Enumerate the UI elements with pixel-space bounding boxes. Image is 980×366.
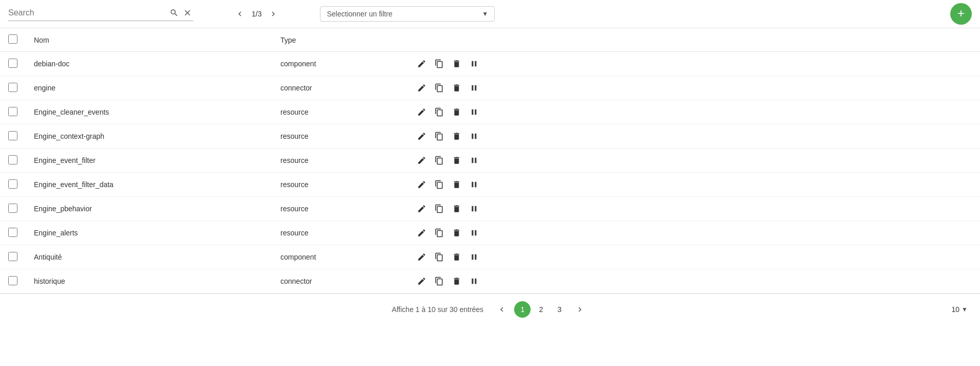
copy-icon xyxy=(435,132,444,141)
edit-button[interactable] xyxy=(414,57,429,70)
pause-button[interactable] xyxy=(466,81,482,95)
edit-icon xyxy=(417,277,426,286)
pause-button[interactable] xyxy=(466,154,482,167)
row-type: resource xyxy=(272,100,406,124)
row-checkbox[interactable] xyxy=(8,228,17,237)
pause-icon xyxy=(469,59,479,68)
copy-button[interactable] xyxy=(431,154,447,167)
delete-button[interactable] xyxy=(449,57,464,70)
search-button[interactable] xyxy=(168,7,180,19)
delete-button[interactable] xyxy=(449,250,464,264)
copy-button[interactable] xyxy=(431,250,447,264)
chevron-right-icon xyxy=(269,9,278,19)
edit-button[interactable] xyxy=(414,154,429,167)
delete-button[interactable] xyxy=(449,130,464,143)
copy-button[interactable] xyxy=(431,202,447,215)
row-checkbox[interactable] xyxy=(8,155,17,164)
delete-button[interactable] xyxy=(449,274,464,288)
edit-button[interactable] xyxy=(414,178,429,191)
delete-button[interactable] xyxy=(449,226,464,240)
row-checkbox-cell xyxy=(0,76,26,100)
row-checkbox[interactable] xyxy=(8,204,17,213)
pause-icon xyxy=(469,228,479,237)
page-button-3[interactable]: 3 xyxy=(551,301,568,318)
search-input[interactable] xyxy=(8,8,166,17)
select-all-checkbox[interactable] xyxy=(8,34,17,44)
copy-button[interactable] xyxy=(431,274,447,288)
delete-icon xyxy=(452,107,461,117)
edit-icon xyxy=(417,156,426,165)
copy-button[interactable] xyxy=(431,226,447,240)
delete-button[interactable] xyxy=(449,81,464,95)
edit-button[interactable] xyxy=(414,202,429,215)
clear-button[interactable] xyxy=(182,7,193,19)
table-container: Nom Type debian-doc component xyxy=(0,28,980,294)
row-checkbox-cell xyxy=(0,269,26,294)
row-checkbox[interactable] xyxy=(8,252,17,261)
table-row: Engine_event_filter_data resource xyxy=(0,173,980,197)
footer-next-button[interactable] xyxy=(572,301,588,318)
pause-button[interactable] xyxy=(466,202,482,215)
delete-button[interactable] xyxy=(449,202,464,215)
edit-button[interactable] xyxy=(414,250,429,264)
pause-button[interactable] xyxy=(466,105,482,119)
row-name: Engine_context-graph xyxy=(26,124,272,149)
edit-button[interactable] xyxy=(414,226,429,240)
pause-icon xyxy=(469,156,479,165)
edit-button[interactable] xyxy=(414,274,429,288)
row-name: Engine_pbehavior xyxy=(26,197,272,221)
copy-button[interactable] xyxy=(431,178,447,191)
per-page-value: 10 xyxy=(952,305,960,314)
delete-button[interactable] xyxy=(449,105,464,119)
actions-cell xyxy=(414,105,972,119)
table-row: Engine_cleaner_events resource xyxy=(0,100,980,124)
name-column-header: Nom xyxy=(26,28,272,52)
row-name: Engine_event_filter_data xyxy=(26,173,272,197)
edit-button[interactable] xyxy=(414,81,429,95)
per-page-select[interactable]: 10 ▼ xyxy=(952,305,968,314)
copy-button[interactable] xyxy=(431,57,447,70)
copy-button[interactable] xyxy=(431,105,447,119)
edit-button[interactable] xyxy=(414,130,429,143)
row-actions xyxy=(406,149,980,173)
pause-button[interactable] xyxy=(466,57,482,70)
footer-prev-button[interactable] xyxy=(494,301,510,318)
row-type: resource xyxy=(272,149,406,173)
delete-button[interactable] xyxy=(449,154,464,167)
pause-button[interactable] xyxy=(466,274,482,288)
delete-button[interactable] xyxy=(449,178,464,191)
filter-select[interactable]: Selectionner un filtre ▼ xyxy=(320,6,495,22)
row-actions xyxy=(406,173,980,197)
copy-button[interactable] xyxy=(431,130,447,143)
header-prev-button[interactable] xyxy=(232,7,248,21)
actions-cell xyxy=(414,178,972,191)
edit-icon xyxy=(417,252,426,262)
row-type: component xyxy=(272,52,406,76)
row-checkbox[interactable] xyxy=(8,131,17,140)
pause-button[interactable] xyxy=(466,130,482,143)
copy-icon xyxy=(435,277,444,286)
add-button[interactable]: + xyxy=(950,3,972,25)
row-checkbox[interactable] xyxy=(8,179,17,189)
pagination-summary: Affiche 1 à 10 sur 30 entrées xyxy=(392,305,484,314)
pause-button[interactable] xyxy=(466,226,482,240)
copy-icon xyxy=(435,83,444,93)
page-button-1[interactable]: 1 xyxy=(514,301,531,318)
pause-button[interactable] xyxy=(466,178,482,191)
row-checkbox[interactable] xyxy=(8,83,17,92)
delete-icon xyxy=(452,180,461,189)
edit-button[interactable] xyxy=(414,105,429,119)
row-checkbox-cell xyxy=(0,149,26,173)
pause-button[interactable] xyxy=(466,250,482,264)
copy-button[interactable] xyxy=(431,81,447,95)
row-actions xyxy=(406,100,980,124)
row-checkbox[interactable] xyxy=(8,59,17,68)
delete-icon xyxy=(452,132,461,141)
row-checkbox[interactable] xyxy=(8,276,17,285)
edit-icon xyxy=(417,83,426,93)
row-checkbox[interactable] xyxy=(8,107,17,116)
header-next-button[interactable] xyxy=(266,7,281,21)
row-checkbox-cell xyxy=(0,52,26,76)
page-button-2[interactable]: 2 xyxy=(533,301,549,318)
table-row: Antiquité component xyxy=(0,245,980,269)
